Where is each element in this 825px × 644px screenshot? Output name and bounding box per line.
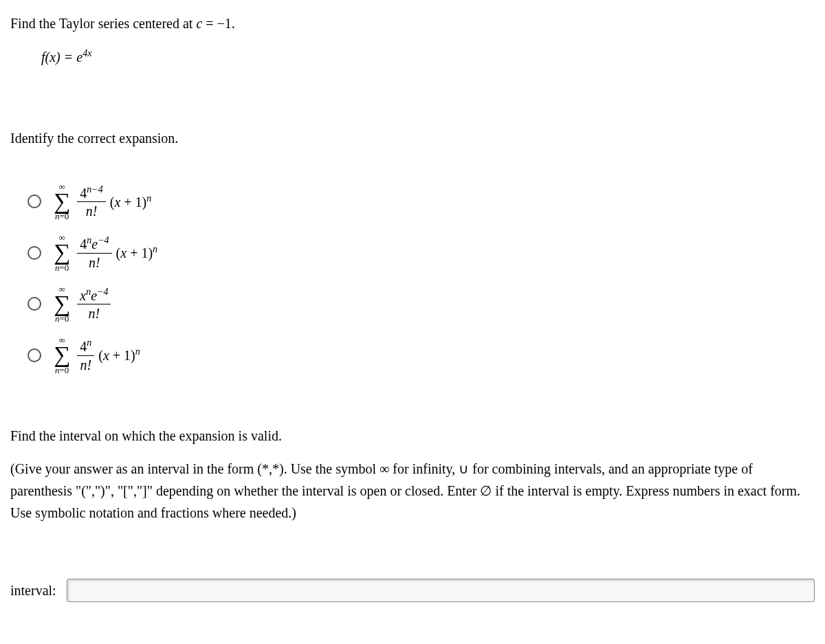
prompt-eq: = −1. <box>202 16 235 31</box>
instructions-line1: (Give your answer as an interval in the … <box>10 461 711 476</box>
sigma-bottom: n=0 <box>55 263 69 272</box>
denominator: n! <box>77 356 94 373</box>
denominator: n! <box>86 304 103 321</box>
sigma-block: ∞ ∑ n=0 <box>54 285 70 324</box>
function-definition: f(x) = e4x <box>41 47 815 67</box>
fraction: xne−4 n! <box>77 287 111 322</box>
identify-prompt: Identify the correct expansion. <box>10 129 815 148</box>
sigma-bottom: n=0 <box>55 314 69 323</box>
denominator: n! <box>86 254 103 270</box>
fraction: 4ne−4 n! <box>77 235 111 270</box>
sigma-block: ∞ ∑ n=0 <box>54 233 70 272</box>
option-2[interactable]: ∞ ∑ n=0 4ne−4 n! (x + 1)n <box>28 233 815 272</box>
numerator: 4n <box>77 337 94 356</box>
option-2-math: ∞ ∑ n=0 4ne−4 n! (x + 1)n <box>54 233 157 272</box>
numerator: 4ne−4 <box>77 235 111 254</box>
function-lhs: f(x) = <box>41 49 76 65</box>
numerator: 4n−4 <box>77 184 105 203</box>
sigma-icon: ∑ <box>54 242 70 263</box>
radio-icon[interactable] <box>28 195 41 208</box>
sigma-icon: ∑ <box>54 293 70 315</box>
answer-row: interval: <box>10 579 815 602</box>
radio-icon[interactable] <box>28 246 41 260</box>
option-1[interactable]: ∞ ∑ n=0 4n−4 n! (x + 1)n <box>28 182 815 221</box>
function-exp: 4x <box>82 48 91 58</box>
option-3-math: ∞ ∑ n=0 xne−4 n! <box>54 285 113 324</box>
radio-icon[interactable] <box>28 297 41 311</box>
option-1-math: ∞ ∑ n=0 4n−4 n! (x + 1)n <box>54 182 151 221</box>
denominator: n! <box>83 202 100 219</box>
question-prompt: Find the Taylor series centered at c = −… <box>10 14 815 33</box>
function-base: e <box>76 49 82 65</box>
options-group: ∞ ∑ n=0 4n−4 n! (x + 1)n ∞ ∑ n=0 4ne−4 n… <box>28 182 815 375</box>
sigma-block: ∞ ∑ n=0 <box>54 182 70 221</box>
fraction: 4n n! <box>77 337 94 373</box>
instructions: (Give your answer as an interval in the … <box>10 458 815 524</box>
sigma-bottom: n=0 <box>55 212 69 221</box>
interval-input[interactable] <box>67 579 815 602</box>
sigma-block: ∞ ∑ n=0 <box>54 335 70 375</box>
answer-label: interval: <box>10 581 56 600</box>
option-3[interactable]: ∞ ∑ n=0 xne−4 n! <box>28 285 815 324</box>
term: (x + 1)n <box>110 192 152 212</box>
fraction: 4n−4 n! <box>77 184 105 219</box>
term: (x + 1)n <box>116 243 158 263</box>
radio-icon[interactable] <box>28 348 41 362</box>
sigma-icon: ∑ <box>54 344 70 366</box>
prompt-prefix: Find the Taylor series centered at <box>10 16 196 31</box>
instructions-line2b: if the interval is empty. Express <box>492 483 669 498</box>
sigma-icon: ∑ <box>54 191 70 212</box>
find-interval-prompt: Find the interval on which the expansion… <box>10 426 815 445</box>
prompt-var: c <box>196 16 202 31</box>
term: (x + 1)n <box>98 345 140 365</box>
option-4-math: ∞ ∑ n=0 4n n! (x + 1)n <box>54 335 140 375</box>
emptyset-symbol: ∅ <box>480 483 492 498</box>
option-4[interactable]: ∞ ∑ n=0 4n n! (x + 1)n <box>28 335 815 375</box>
sigma-bottom: n=0 <box>55 366 69 375</box>
numerator: xne−4 <box>77 287 111 305</box>
